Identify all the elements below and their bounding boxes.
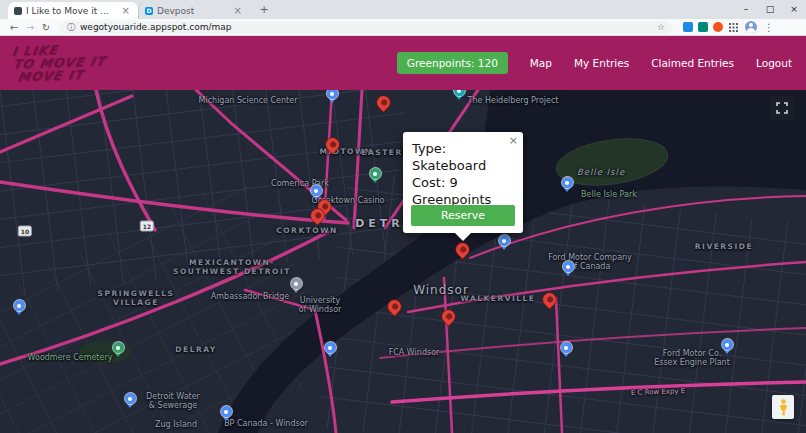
devpost-favicon: D (145, 7, 153, 15)
apps-grid-icon[interactable] (728, 22, 738, 32)
tab-close-icon[interactable]: × (120, 5, 132, 16)
poi-marker-riverfront[interactable] (498, 235, 510, 250)
nav-logout[interactable]: Logout (756, 57, 792, 69)
profile-avatar[interactable] (745, 21, 757, 33)
map-label-riverside: RIVERSIDE (695, 242, 753, 251)
browser-tab-strip: I Like to Move it Move it! × D Devpost ×… (0, 0, 806, 19)
reload-icon[interactable]: ↻ (38, 22, 54, 33)
extension-icon-orange[interactable] (713, 22, 723, 32)
map-label-heidelberg: The Heidelberg Project (468, 96, 559, 105)
pegman-icon (778, 399, 789, 416)
map-label-zug-island: Zug Island (155, 420, 197, 429)
map-label-ford-canada: Ford Motor Company of Canada (548, 253, 632, 271)
forward-icon[interactable]: → (22, 22, 38, 33)
skateboard-marker[interactable] (325, 137, 341, 157)
window-controls: – □ × (734, 0, 806, 19)
map-label-line: SPRINGWELLS (98, 289, 175, 298)
map-label-line: Detroit Water (146, 392, 200, 401)
map-label-line: VILLAGE (98, 298, 175, 307)
poi-marker-bp-canada[interactable] (220, 406, 232, 421)
map-label-line: Ford Motor Co. (654, 349, 730, 358)
extension-icon-blue[interactable] (683, 22, 693, 32)
app-logo[interactable]: I LIKE TO MOVE IT MOVE IT (6, 41, 109, 83)
map-label-science-center: Michigan Science Center (199, 96, 298, 105)
poi-marker-heidelberg[interactable] (453, 90, 465, 100)
extension-icon-teal[interactable] (698, 22, 708, 32)
nav-my-entries[interactable]: My Entries (574, 57, 629, 69)
map-label-woodmere: Woodmere Cemetery (28, 353, 113, 362)
popup-cost-text: Cost: 9 (403, 174, 523, 191)
map-label-walkerville: WALKERVILLE (460, 294, 535, 303)
poi-marker-ford-canada[interactable] (562, 261, 574, 276)
road-shield-m10: 10 (18, 226, 32, 237)
greenpoints-badge[interactable]: Greenpoints: 120 (397, 52, 508, 74)
poi-marker-ambassador-bridge[interactable] (290, 278, 302, 293)
url-text: wegotyouaride.appspot.com/map (80, 22, 232, 32)
browser-tab-active[interactable]: I Like to Move it Move it! × (8, 2, 138, 19)
nav-claimed-entries[interactable]: Claimed Entries (651, 57, 734, 69)
browser-toolbar: ← → ↻ ⓘ wegotyouaride.appspot.com/map ☆ … (0, 19, 806, 36)
map-label-line: of Windsor (299, 305, 342, 314)
poi-marker-belle-isle-park[interactable] (561, 177, 573, 192)
new-tab-button[interactable]: + (256, 2, 272, 18)
maximize-button[interactable]: □ (758, 0, 782, 19)
site-favicon (14, 7, 22, 15)
map-label-bp: BP Canada - Windsor (224, 419, 308, 428)
tab-close-icon[interactable]: × (232, 5, 244, 16)
skateboard-marker[interactable] (542, 292, 558, 312)
bookmark-star-icon[interactable]: ☆ (657, 22, 665, 32)
nav-map[interactable]: Map (530, 57, 552, 69)
map-label-line: & Sewerage (146, 401, 200, 410)
map-canvas[interactable]: Michigan Science Center The Heidelberg P… (0, 90, 806, 433)
map-label-belle-isle: Belle Isle (577, 167, 625, 177)
map-label-line: Essex Engine Plant (654, 358, 730, 367)
fullscreen-button[interactable] (770, 96, 794, 120)
popup-close-icon[interactable]: × (509, 134, 518, 147)
skateboard-marker[interactable] (376, 95, 392, 115)
back-icon[interactable]: ← (6, 22, 22, 33)
address-bar[interactable]: ⓘ wegotyouaride.appspot.com/map ☆ (60, 21, 672, 34)
page-info-icon[interactable]: ⓘ (67, 22, 75, 33)
window-close-button[interactable]: × (782, 0, 806, 19)
fullscreen-icon (776, 102, 788, 114)
popup-tail (455, 233, 471, 241)
main-nav: Greenpoints: 120 Map My Entries Claimed … (397, 36, 792, 90)
map-label-line: MEXICANTOWN- (173, 258, 291, 267)
map-label-line: University (299, 296, 342, 305)
reserve-button[interactable]: Reserve (411, 205, 515, 226)
poi-marker-sandwich[interactable] (324, 342, 336, 357)
poi-marker-water-sewerage[interactable] (124, 393, 136, 408)
map-label-ambassador: Ambassador Bridge (211, 292, 289, 301)
skateboard-marker-selected[interactable] (455, 242, 471, 262)
poi-marker-science-center[interactable] (326, 90, 338, 103)
poi-marker-comerica-park[interactable] (369, 168, 381, 183)
pegman-control[interactable] (772, 395, 794, 419)
minimize-button[interactable]: – (734, 0, 758, 19)
browser-tab-devpost[interactable]: D Devpost × (138, 2, 250, 19)
map-label-mexicantown: MEXICANTOWN- SOUTHWEST DETROIT (173, 258, 291, 276)
marker-info-popup: Type: Skateboard Cost: 9 Greenpoints Res… (403, 132, 523, 233)
poi-marker-fca-area[interactable] (560, 342, 572, 357)
map-label-corktown: CORKTOWN (276, 226, 338, 235)
road-shield-us12: 12 (140, 221, 154, 232)
poi-marker-woodmere-cemetery[interactable] (112, 342, 124, 357)
map-label-delray: DELRAY (175, 345, 216, 354)
poi-marker-west-edge[interactable] (13, 300, 25, 315)
map-label-line: of Canada (548, 262, 632, 271)
map-label-water-sewerage: Detroit Water & Sewerage (146, 392, 200, 410)
popup-type-text: Type: Skateboard (403, 132, 523, 174)
browser-menu-icon[interactable]: ⋮ (764, 22, 774, 33)
tab-title: Devpost (157, 6, 228, 16)
map-label-springwells: SPRINGWELLS VILLAGE (98, 289, 175, 307)
skateboard-marker[interactable] (441, 309, 457, 329)
map-label-essex: Ford Motor Co. Essex Engine Plant (654, 349, 730, 367)
poi-marker-essex-plant[interactable] (721, 339, 733, 354)
poi-marker-greektown[interactable] (310, 185, 322, 200)
skateboard-marker[interactable] (387, 299, 403, 319)
map-label-fca: FCA Windsor (389, 348, 440, 357)
skateboard-marker[interactable] (310, 208, 326, 228)
logo-line: MOVE IT (16, 67, 104, 83)
map-label-line: Ford Motor Company (548, 253, 632, 262)
map-label-line: SOUTHWEST DETROIT (173, 267, 291, 276)
app-header: I LIKE TO MOVE IT MOVE IT Greenpoints: 1… (0, 36, 806, 90)
